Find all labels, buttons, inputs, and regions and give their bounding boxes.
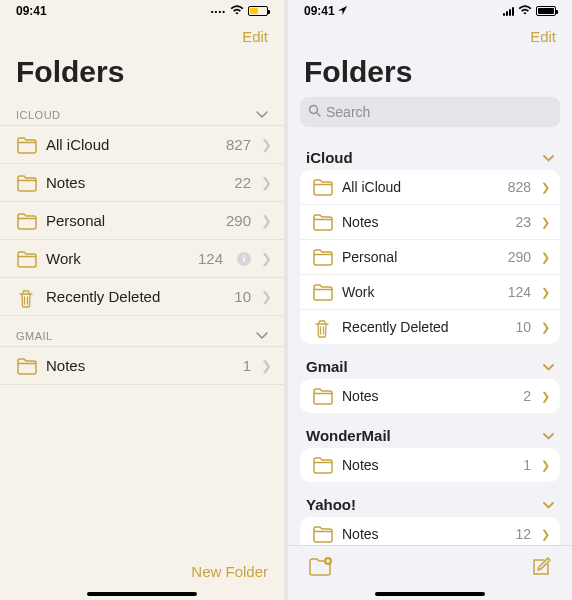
folder-count: 1 [523,457,531,473]
folder-icon [312,249,332,265]
folder-count: 22 [234,174,251,191]
chevron-right-icon: ❯ [541,251,550,264]
folder-label: All iCloud [342,179,498,195]
folder-icon [312,214,332,230]
section-name: WonderMail [306,427,391,444]
folder-icon [16,251,36,267]
dots-signal-icon: •••• [211,7,226,16]
section-name: Gmail [306,358,348,375]
folder-row[interactable]: Notes 23 ❯ [300,205,560,240]
folder-count: 828 [508,179,531,195]
folder-row[interactable]: All iCloud 828 ❯ [300,170,560,205]
folder-row[interactable]: Recently Deleted 10 ❯ [300,310,560,344]
battery-icon [536,6,556,16]
chevron-down-icon [543,152,554,164]
wifi-icon [230,4,244,18]
search-placeholder: Search [326,104,370,120]
chevron-right-icon: ❯ [541,390,550,403]
folder-count: 2 [523,388,531,404]
chevron-right-icon: ❯ [541,286,550,299]
folder-row[interactable]: Personal 290 ❯ [0,201,284,239]
chevron-right-icon: ❯ [541,528,550,541]
folder-label: Personal [342,249,498,265]
svg-line-6 [317,113,321,117]
edit-button[interactable]: Edit [242,28,268,45]
chevron-right-icon: ❯ [541,321,550,334]
folder-count: 1 [243,357,251,374]
chevron-right-icon: ❯ [261,137,272,152]
section-name: ICLOUD [16,109,61,121]
folder-row[interactable]: Personal 290 ❯ [300,240,560,275]
folder-row[interactable]: Recently Deleted 10 ❯ [0,277,284,316]
folder-label: Work [46,250,188,267]
section-header[interactable]: iCloud [300,141,560,170]
page-title: Folders [0,51,284,95]
compose-button[interactable] [530,556,552,582]
chevron-down-icon [256,330,268,342]
folder-label: Notes [46,174,224,191]
cellular-signal-icon [503,6,514,16]
chevron-right-icon: ❯ [261,358,272,373]
folder-label: Notes [342,526,505,542]
home-indicator[interactable] [87,592,197,596]
status-icons [503,4,556,18]
folder-row[interactable]: All iCloud 827 ❯ [0,125,284,163]
search-icon [308,104,321,120]
trash-icon [312,319,332,335]
section-name: GMAIL [16,330,53,342]
chevron-right-icon: ❯ [541,181,550,194]
folder-row[interactable]: Notes 1 ❯ [0,346,284,385]
new-folder-button[interactable]: New Folder [191,563,268,580]
location-icon [338,4,347,18]
status-bar: 09:41 •••• [0,0,284,22]
page-title: Folders [288,51,572,95]
section-name: Yahoo! [306,496,356,513]
chevron-down-icon [543,499,554,511]
wifi-icon [518,4,532,18]
folder-icon [16,358,36,374]
chevron-right-icon: ❯ [261,213,272,228]
folder-row[interactable]: Notes 1 ❯ [300,448,560,482]
home-indicator[interactable] [375,592,485,596]
folder-row[interactable]: Notes 22 ❯ [0,163,284,201]
new-folder-button[interactable] [308,557,332,581]
folder-icon [312,457,332,473]
folder-count: 10 [234,288,251,305]
folder-label: Work [342,284,498,300]
folder-label: Personal [46,212,216,229]
folder-icon [312,179,332,195]
section-header[interactable]: GMAIL [0,316,284,346]
status-bar: 09:41 [288,0,572,22]
folder-row[interactable]: Notes 2 ❯ [300,379,560,413]
section-header[interactable]: WonderMail [300,419,560,448]
folder-icon [312,388,332,404]
status-time: 09:41 [16,4,47,18]
folder-row[interactable]: Work 124 i ❯ [0,239,284,277]
section-header[interactable]: Gmail [300,350,560,379]
edit-button[interactable]: Edit [530,28,556,45]
folder-label: Notes [342,388,513,404]
info-badge-icon: i [237,252,251,266]
folder-icon [16,175,36,191]
chevron-right-icon: ❯ [261,251,272,266]
status-time: 09:41 [304,4,335,18]
folder-label: Recently Deleted [342,319,505,335]
folder-label: Notes [342,214,505,230]
folder-label: Notes [342,457,513,473]
trash-icon [16,289,36,305]
folder-label: All iCloud [46,136,216,153]
section-name: iCloud [306,149,353,166]
search-input[interactable]: Search [300,97,560,127]
section-header[interactable]: ICLOUD [0,95,284,125]
notes-app-new: 09:41 Edit Folders Search iCloud [288,0,572,600]
chevron-down-icon [543,430,554,442]
folder-icon [312,526,332,542]
folder-count: 124 [198,250,223,267]
battery-icon [248,6,268,16]
section-header[interactable]: Yahoo! [300,488,560,517]
folder-icon [312,284,332,300]
chevron-down-icon [256,109,268,121]
folder-row[interactable]: Work 124 ❯ [300,275,560,310]
folder-label: Recently Deleted [46,288,224,305]
chevron-right-icon: ❯ [261,289,272,304]
